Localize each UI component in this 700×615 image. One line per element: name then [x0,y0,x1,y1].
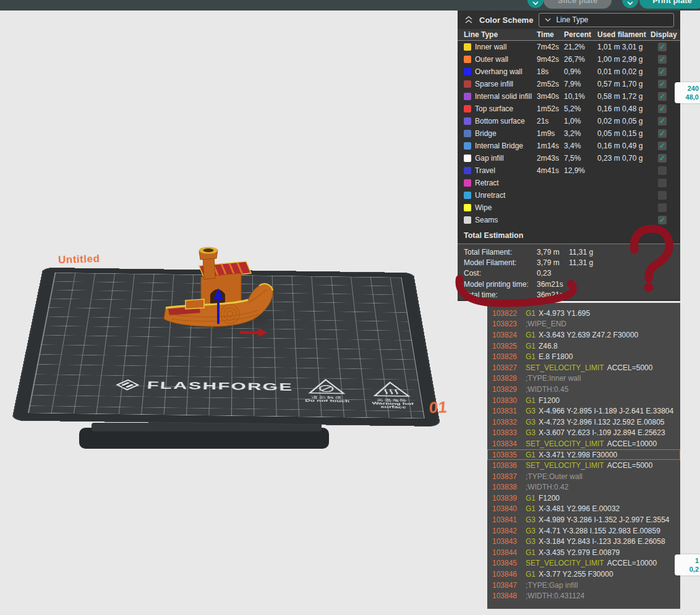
display-checkbox[interactable]: ✓ [658,117,667,125]
gcode-line[interactable]: 103833G3X-3.607 Y2.623 I-.109 J2.894 E.2… [487,428,680,439]
gcode-line[interactable]: 103834SET_VELOCITY_LIMITACCEL=10000 [487,438,680,449]
gcode-params: X-3.481 Y2.996 E.00032 [539,504,620,513]
gcode-line-number: 103831 [492,407,521,415]
gcode-command: G1 [526,494,536,503]
line-color-swatch [464,68,471,75]
display-checkbox[interactable]: ✓ [658,55,667,64]
display-checkbox[interactable]: ✓ [658,104,667,113]
display-checkbox[interactable] [658,191,667,200]
line-type-value: 1m52s [537,104,564,113]
line-type-value: 21s [537,117,564,125]
gcode-line-number: 103832 [492,418,521,426]
gcode-line[interactable]: 103848;WIDTH:0.431124 [487,590,680,601]
gcode-line[interactable]: 103830G1F1200 [487,395,680,406]
line-type-row: Top surface1m52s5,2%0,16 m0,48 g✓ [458,103,680,115]
display-checkbox[interactable]: ✓ [658,67,667,76]
gcode-line[interactable]: 103824G1X-3.643 Y2.639 Z47.2 F30000 [487,329,680,341]
slice-dropdown-button[interactable] [527,0,544,8]
gcode-params: ACCEL=5000 [607,461,653,470]
display-checkbox[interactable]: ✓ [658,43,667,51]
line-type-label: Overhang wall [475,67,537,76]
gcode-line[interactable]: 103826G1E.8 F1800 [487,351,680,362]
print-plate-button[interactable]: Print plate [639,0,700,9]
gcode-line-number: 103825 [492,342,521,350]
gcode-line-number: 103833 [492,428,521,437]
gcode-line[interactable]: 103846G1X-3.77 Y2.255 F30000 [487,569,680,580]
line-type-label: Inner wall [475,43,537,51]
gcode-command: G1 [526,570,536,579]
line-type-row: Internal solid infill3m40s10,1%0,58 m1,7… [458,90,680,103]
gcode-line[interactable]: 103837;TYPE:Outer wall [487,471,680,482]
gcode-line[interactable]: 103832G3X-4.723 Y-2.896 I.132 J2.592 E.0… [487,417,680,428]
display-checkbox[interactable] [658,166,667,175]
x-axis-arrow [240,328,267,337]
gcode-params: ;WIDTH:0.431124 [526,592,584,600]
line-type-value: 0,05 g [622,117,651,125]
gcode-line[interactable]: 103828;TYPE:Inner wall [487,373,680,384]
gcode-line[interactable]: 103840G1X-3.481 Y2.996 E.00032 [487,504,680,515]
line-type-label: Retract [475,179,537,187]
flashforge-diamond-icon [116,380,140,391]
display-checkbox[interactable]: ✓ [658,129,667,138]
display-checkbox[interactable]: ✓ [658,154,667,163]
line-type-value: 21,2% [564,43,597,51]
gcode-line[interactable]: 103838;WIDTH:0.42 [487,482,680,493]
display-checkbox[interactable]: ✓ [658,92,667,101]
benchy-model[interactable] [156,241,286,346]
gcode-line[interactable]: 103831G3X-4.966 Y-2.895 I-1.189 J-2.641 … [487,405,680,417]
gcode-line[interactable]: 103829;WIDTH:0.45 [487,384,680,395]
total-value: 11,31 g [569,248,674,257]
print-dropdown-button[interactable] [622,0,638,8]
gcode-line[interactable]: 103827SET_VELOCITY_LIMITACCEL=5000 [487,362,680,373]
gcode-line[interactable]: 103823;WIPE_END [487,319,680,330]
line-type-row: Bridge1m9s3,2%0,05 m0,15 g✓ [458,127,680,140]
display-checkbox[interactable] [658,203,667,212]
total-row: Model Filament:3,79 m11,31 g [464,257,674,268]
gcode-command: G3 [526,407,536,415]
line-type-value: 0,9% [564,67,597,76]
line-type-row: Inner wall7m42s21,2%1,01 m3,01 g✓ [458,41,680,53]
collapse-panel-icon[interactable] [464,15,474,24]
gcode-command: G1 [526,352,536,361]
total-value: Model Filament: [464,258,537,267]
line-type-value: 1,01 m [597,43,622,51]
gcode-command: G1 [526,504,536,513]
gcode-params: ;TYPE:Gap infill [526,581,578,590]
display-checkbox[interactable] [658,179,667,187]
gcode-params: ACCEL=10000 [607,439,657,448]
gcode-line[interactable]: 103843G3X-3.184 Y2.843 I-.123 J3.286 E.2… [487,536,680,547]
gcode-command: SET_VELOCITY_LIMIT [526,559,604,567]
gcode-line[interactable]: 103835G1X-3.471 Y2.998 F30000 [487,449,680,460]
gcode-line[interactable]: 103825G1Z46.8 [487,341,680,352]
slice-plate-button[interactable]: Slice plate [544,0,612,9]
gcode-line[interactable]: 103836SET_VELOCITY_LIMITACCEL=5000 [487,460,680,471]
line-type-row: Unretract [458,189,680,201]
line-type-row: Gap infill2m43s7,5%0,23 m0,70 g✓ [458,152,680,164]
gcode-line-number: 103841 [492,515,521,524]
gcode-line[interactable]: 103841G3X-4.989 Y-3.286 I-1.352 J-2.997 … [487,514,680,525]
display-checkbox[interactable]: ✓ [658,216,667,224]
gcode-line[interactable]: 103842G3X-4.71 Y-3.288 I.155 J2.983 E.00… [487,525,680,537]
line-type-value: 0,15 g [622,129,651,138]
line-type-value: 5,2% [564,104,597,113]
gcode-line[interactable]: 103822G1X-4.973 Y1.695 [487,308,680,319]
gcode-line-number: 103845 [492,559,521,567]
gcode-line[interactable]: 103845SET_VELOCITY_LIMITACCEL=10000 [487,558,680,569]
gcode-line[interactable]: 103839G1F1200 [487,493,680,504]
gcode-line[interactable]: 103847;TYPE:Gap infill [487,580,680,591]
line-type-value: 1,72 g [622,92,651,101]
line-type-value: 0,02 g [622,67,651,76]
col-percent: Percent [564,30,597,39]
line-color-swatch [464,93,471,100]
display-checkbox[interactable]: ✓ [658,142,667,150]
line-color-swatch [464,105,471,112]
color-scheme-dropdown[interactable]: Line Type [539,13,674,27]
display-checkbox[interactable]: ✓ [658,80,667,88]
chevron-down-icon [532,1,539,6]
gcode-line-number: 103846 [492,570,521,579]
gcode-line[interactable]: 103844G1X-3.435 Y2.979 E.00879 [487,547,680,558]
gcode-params: ;WIDTH:0.45 [526,385,568,394]
line-type-label: Top surface [475,104,537,113]
total-value: 36m21s [537,280,569,289]
gcode-params: X-4.973 Y1.695 [539,309,590,318]
